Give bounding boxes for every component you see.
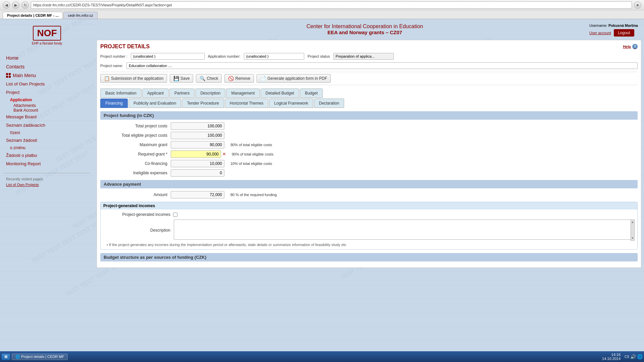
advance-payment-section: Advance payment Amount 80 % of the requi… <box>100 180 638 198</box>
income-checkbox[interactable] <box>173 213 177 217</box>
income-note: • If the project generates any incomes d… <box>103 243 635 247</box>
sidebar-item-o-zmenu[interactable]: o změnu <box>3 144 91 151</box>
financing-content: Project funding (in CZK) Total project c… <box>100 111 638 261</box>
tab-financing[interactable]: Financing <box>100 99 128 108</box>
sidebar-item-seznam-zadosti[interactable]: Seznam žádostí <box>3 136 91 144</box>
recently-visited-label: Recently visited pages <box>3 176 91 182</box>
maximum-grant-input[interactable] <box>171 141 224 148</box>
sidebar-item-list-own-projects[interactable]: List of Own Projects <box>3 80 91 88</box>
sidebar-item-monitoring[interactable]: Monitoring Report <box>3 160 91 168</box>
sidebar-item-attachments[interactable]: Attachments <box>3 103 91 108</box>
forward-button[interactable]: ▶ <box>12 1 19 9</box>
co-financing-input[interactable] <box>171 160 224 167</box>
total-eligible-costs-row: Total eligible project costs <box>100 132 638 139</box>
project-panel: PROJECT DETAILS Help ? Project number : … <box>97 40 641 268</box>
tab-logical-framework[interactable]: Logical Framework <box>269 99 313 108</box>
sidebar-item-contacts[interactable]: Contacts <box>3 62 91 71</box>
save-button[interactable]: 💾 Save <box>170 74 193 83</box>
address-bar[interactable] <box>31 1 632 9</box>
maximum-grant-row: Maximum grant 90% of total eligible cost… <box>100 141 638 148</box>
tab-partners[interactable]: Partners <box>169 88 195 98</box>
required-grant-row: Required grant * ✕ 90% of total eligible… <box>100 150 638 158</box>
tabs-row2: Financing Publicity and Evaluation Tende… <box>100 99 638 108</box>
sidebar-item-bank-account[interactable]: Bank Account <box>3 108 91 113</box>
maximum-grant-label: Maximum grant <box>100 142 167 147</box>
browser-chrome: ◀ ▶ ↻ ★ Project details | CEDR MF - ... … <box>0 0 644 19</box>
project-name-label: Project name: <box>100 64 123 68</box>
sidebar-item-project[interactable]: Project <box>3 88 91 97</box>
system-tray: CS 🔊 🌐 <box>625 354 643 359</box>
username-label: Username: <box>589 23 607 27</box>
tab-basic-information[interactable]: Basic Information <box>100 88 142 98</box>
tab-horizontal-themes[interactable]: Horizontal Themes <box>225 99 269 108</box>
project-name-input[interactable] <box>126 62 638 69</box>
logo-area: NOF EHP a Norské fondy <box>3 22 91 49</box>
tab-publicity-evaluation[interactable]: Publicity and Evaluation <box>128 99 181 108</box>
check-label: Check <box>207 76 218 81</box>
tab-active[interactable]: Project details | CEDR MF - ... <box>3 12 63 19</box>
sidebar-item-main-menu[interactable]: Main Menu <box>3 71 91 80</box>
tab-tender-procedure[interactable]: Tender Procedure <box>182 99 224 108</box>
site-title: Center for International Cooperation in … <box>140 23 589 35</box>
check-button[interactable]: 🔍 Check <box>196 74 222 83</box>
user-account-link[interactable]: User account <box>589 31 611 35</box>
taskbar-ie-button[interactable]: 🌐 Project details | CEDR MF <box>12 354 68 360</box>
application-number-input[interactable] <box>244 53 304 60</box>
tab-declaration[interactable]: Declaration <box>314 99 344 108</box>
help-label: Help <box>623 45 631 49</box>
ineligible-expenses-input[interactable] <box>171 169 224 177</box>
save-label: Save <box>180 76 190 81</box>
total-eligible-costs-input[interactable] <box>171 132 224 139</box>
sidebar-item-zadosti[interactable]: Žádosti o platbu <box>3 151 91 160</box>
remove-button[interactable]: 🚫 Remove <box>224 74 254 83</box>
action-toolbar: 📋 Submission of the application 💾 Save 🔍… <box>100 72 638 85</box>
remove-label: Remove <box>235 76 250 81</box>
tab-inactive[interactable]: cedr-fm.mfcr.cz <box>63 12 97 19</box>
required-grant-input[interactable] <box>171 150 221 158</box>
taskbar: ⊞ 🌐 Project details | CEDR MF 14:16 14.1… <box>0 351 644 362</box>
sidebar: NOF EHP a Norské fondy Home Contacts Mai… <box>0 19 94 362</box>
project-name-row: Project name: <box>100 62 638 69</box>
submission-label: Submission of the application <box>111 76 163 81</box>
tab-budget[interactable]: Budget <box>300 88 323 98</box>
required-grant-clear[interactable]: ✕ <box>222 152 226 157</box>
save-icon: 💾 <box>173 76 179 81</box>
start-button[interactable]: ⊞ <box>1 353 10 360</box>
tab-applicant[interactable]: Applicant <box>142 88 169 98</box>
amount-input[interactable] <box>171 191 224 198</box>
sidebar-item-rizeni[interactable]: řízení <box>3 129 91 136</box>
favorites-button[interactable]: ★ <box>634 1 641 9</box>
application-number-label: Application number: <box>208 54 240 58</box>
recently-visited-section: Recently visited pages List of Own Proje… <box>3 173 91 187</box>
refresh-button[interactable]: ↻ <box>21 1 29 9</box>
back-button[interactable]: ◀ <box>3 1 10 9</box>
income-label: Project-generated incomes <box>103 212 170 217</box>
tab-description[interactable]: Description <box>195 88 225 98</box>
help-icon: ? <box>632 44 638 49</box>
tab-detailed-budget[interactable]: Detailed Budget <box>261 88 299 98</box>
logout-button[interactable]: Logout <box>614 29 634 37</box>
generate-icon: 📄 <box>260 76 266 81</box>
recently-visited-link[interactable]: List of Own Projects <box>3 182 91 187</box>
project-number-label: Project number : <box>100 54 127 58</box>
amount-label: Amount <box>100 192 167 197</box>
site-title-line1: Center for International Cooperation in … <box>140 23 589 29</box>
sidebar-item-message-board[interactable]: Message Board <box>3 113 91 121</box>
sidebar-item-seznam-zadavacich[interactable]: Seznam zadávacích <box>3 121 91 129</box>
ineligible-expenses-label: Ineligible expenses <box>100 171 167 175</box>
project-number-input[interactable] <box>131 53 205 60</box>
income-section: Project-generated incomes Project-genera… <box>100 202 638 250</box>
page-header: Center for International Cooperation in … <box>97 22 641 38</box>
user-area: Username: Pokusná Martina User account L… <box>589 23 638 37</box>
ineligible-expenses-row: Ineligible expenses <box>100 169 638 177</box>
tab-management[interactable]: Management <box>226 88 260 98</box>
sidebar-item-application[interactable]: Application <box>3 97 91 103</box>
sidebar-item-home[interactable]: Home <box>3 54 91 62</box>
project-details-title: PROJECT DETAILS <box>100 44 150 50</box>
generate-button[interactable]: 📄 Generate application form in PDF <box>257 74 331 83</box>
total-project-costs-input[interactable] <box>171 122 224 130</box>
required-grant-note: 90% of total eligible costs <box>232 152 273 156</box>
help-link[interactable]: Help ? <box>623 44 638 49</box>
submission-button[interactable]: 📋 Submission of the application <box>100 74 167 83</box>
description-textarea[interactable] <box>174 220 635 240</box>
